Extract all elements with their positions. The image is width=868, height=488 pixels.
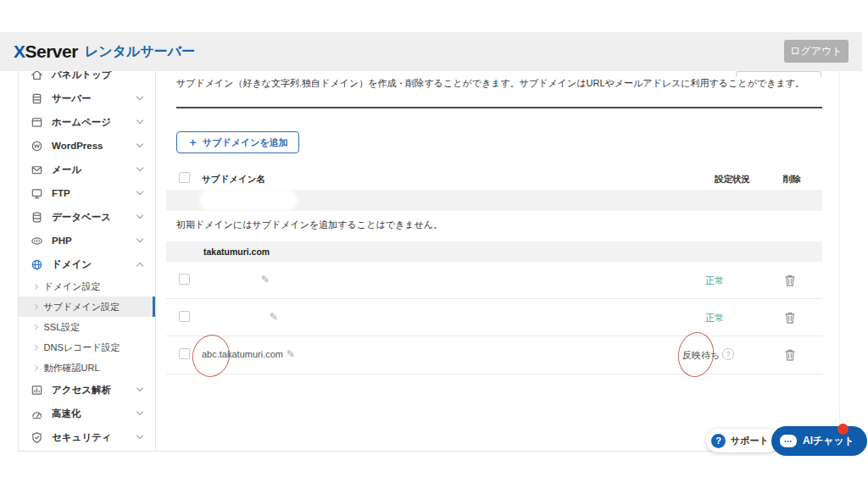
brand-subtitle: レンタルサーバー xyxy=(85,43,195,61)
chevron-right-icon xyxy=(32,345,37,350)
sidebar-subitem-domain-settings[interactable]: ドメイン設定 xyxy=(19,276,155,297)
chevron-down-icon xyxy=(136,117,143,124)
chevron-right-icon xyxy=(32,324,37,330)
globe-icon xyxy=(30,258,43,271)
trash-icon[interactable] xyxy=(784,311,796,328)
ai-chat-label: AIチャット xyxy=(803,434,854,448)
home-icon xyxy=(30,71,43,81)
sidebar-item-server[interactable]: サーバー xyxy=(19,86,155,110)
trash-icon[interactable] xyxy=(784,348,796,365)
domain-group-row-blurred xyxy=(166,190,822,211)
chevron-down-icon xyxy=(136,408,143,415)
wordpress-icon xyxy=(30,139,43,152)
chart-icon xyxy=(30,383,43,396)
sidebar-subitem-preview-url[interactable]: 動作確認URL xyxy=(19,358,155,378)
chevron-down-icon xyxy=(136,188,143,195)
chevron-up-icon xyxy=(136,263,143,269)
row-checkbox[interactable] xyxy=(179,348,190,359)
subdomain-row: abc.takatumuri.com ✎ 反映待ち ? xyxy=(166,336,822,374)
domain-group-row: takatumuri.com xyxy=(166,241,822,262)
status-badge: 正常 xyxy=(705,312,724,324)
database-icon xyxy=(30,210,43,224)
sidebar: パネルトップ サーバー ホームページ WordPress メール FTP xyxy=(18,71,156,452)
plus-icon: ＋ xyxy=(187,135,198,150)
column-header-subdomain-name: サブドメイン名 xyxy=(202,174,265,186)
help-question-icon[interactable]: ? xyxy=(722,348,734,360)
select-all-checkbox[interactable] xyxy=(179,172,190,183)
logout-button[interactable]: ログアウト xyxy=(784,40,849,63)
brand-x: X xyxy=(14,42,25,62)
content-right-border xyxy=(839,71,840,452)
row-checkbox[interactable] xyxy=(179,311,190,322)
subdomain-row: ✎ 正常 xyxy=(166,262,822,299)
chevron-right-icon xyxy=(32,365,37,370)
chevron-down-icon xyxy=(136,164,143,171)
chevron-right-icon xyxy=(32,284,37,289)
notification-dot xyxy=(837,424,849,435)
site-header: XServer レンタルサーバー ログアウト xyxy=(0,32,862,71)
table-header: サブドメイン名 設定状況 削除 xyxy=(166,166,822,190)
ftp-monitor-icon xyxy=(30,186,43,200)
speed-gauge-icon xyxy=(30,407,43,420)
sidebar-item-php[interactable]: PHP xyxy=(19,229,155,252)
chevron-down-icon xyxy=(136,212,143,219)
sidebar-item-database[interactable]: データベース xyxy=(19,205,155,229)
sidebar-item-mail[interactable]: メール xyxy=(19,158,155,181)
sidebar-item-ftp[interactable]: FTP xyxy=(19,181,155,205)
chevron-down-icon xyxy=(136,385,143,391)
edit-pencil-icon[interactable]: ✎ xyxy=(287,348,295,360)
status-badge: 反映待ち xyxy=(682,349,720,362)
sidebar-item-access-analytics[interactable]: アクセス解析 xyxy=(19,378,155,402)
edit-pencil-icon[interactable]: ✎ xyxy=(261,274,270,286)
brand-logo: XServer レンタルサーバー xyxy=(14,32,195,71)
xserver-panel-page: XServer レンタルサーバー ログアウト パネルトップ サーバー ホームペー… xyxy=(0,0,868,488)
brand-name: Server xyxy=(25,42,78,62)
trash-icon[interactable] xyxy=(784,274,796,291)
sidebar-item-speed-up[interactable]: 高速化 xyxy=(19,402,155,425)
subdomain-row: ✎ 正常 xyxy=(166,299,822,336)
support-label: サポート xyxy=(731,435,769,447)
chevron-down-icon xyxy=(136,141,143,147)
mail-icon xyxy=(30,163,43,176)
chevron-down-icon xyxy=(136,432,143,439)
sidebar-subitem-subdomain-settings[interactable]: サブドメイン設定 xyxy=(19,297,155,317)
column-header-status: 設定状況 xyxy=(715,174,750,186)
chevron-down-icon xyxy=(136,93,143,100)
server-icon xyxy=(30,92,43,105)
initial-domain-note: 初期ドメインにはサブドメインを追加することはできません。 xyxy=(176,219,442,231)
sidebar-item-homepage[interactable]: ホームページ xyxy=(19,110,155,134)
column-header-delete: 削除 xyxy=(783,174,801,186)
edit-pencil-icon[interactable]: ✎ xyxy=(270,311,278,323)
sidebar-item-panel-top[interactable]: パネルトップ xyxy=(19,71,155,86)
php-icon xyxy=(30,234,43,247)
status-badge: 正常 xyxy=(705,274,724,287)
divider xyxy=(176,107,822,108)
content-bottom-border xyxy=(18,451,822,452)
group-domain-label: takatumuri.com xyxy=(203,247,270,257)
add-subdomain-button[interactable]: ＋ サブドメインを追加 xyxy=(176,131,299,153)
partial-dropdown[interactable] xyxy=(736,71,821,77)
blurred-domain-name xyxy=(202,191,295,209)
chat-bubble-icon: … xyxy=(780,435,797,447)
add-subdomain-label: サブドメインを追加 xyxy=(203,136,288,149)
page-description: サブドメイン（好きな文字列.独自ドメイン）を作成・削除することができます。サブド… xyxy=(176,77,829,90)
question-circle-icon: ? xyxy=(711,434,726,448)
row-checkbox[interactable] xyxy=(179,274,190,285)
sidebar-item-domain[interactable]: ドメイン xyxy=(19,252,155,276)
chevron-down-icon xyxy=(136,236,143,242)
shield-icon xyxy=(30,430,43,444)
support-button[interactable]: ? サポート xyxy=(706,429,780,452)
browser-icon xyxy=(30,115,43,129)
ai-chat-button[interactable]: … AIチャット xyxy=(771,426,867,456)
sidebar-subitem-ssl-settings[interactable]: SSL設定 xyxy=(19,317,155,337)
chevron-right-icon xyxy=(32,304,37,309)
sidebar-item-wordpress[interactable]: WordPress xyxy=(19,134,155,158)
sidebar-item-security[interactable]: セキュリティ xyxy=(19,425,155,449)
sidebar-subitem-dns-record-settings[interactable]: DNSレコード設定 xyxy=(19,337,155,358)
subdomain-name: abc.takatumuri.com xyxy=(202,349,283,359)
